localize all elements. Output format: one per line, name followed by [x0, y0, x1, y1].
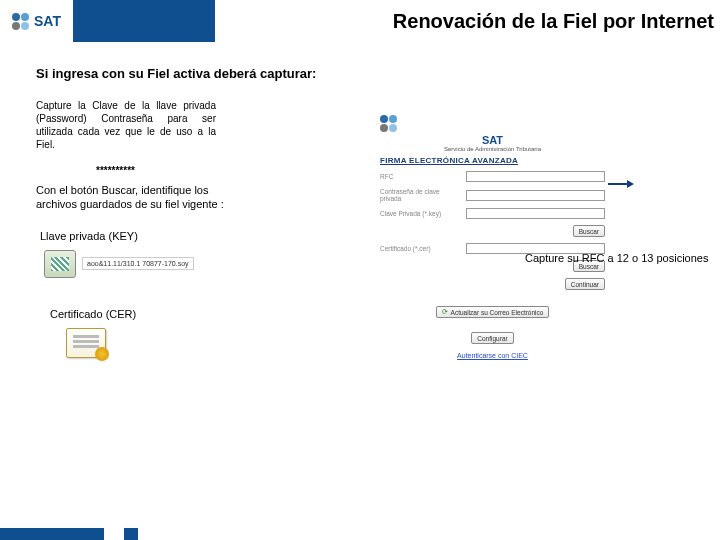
- panel-caption: Servicio de Administración Tributaria: [380, 146, 605, 152]
- footer-bar: [0, 528, 720, 540]
- key-file-name: aoo&11.11/310.1 70877-170.soy: [82, 257, 194, 270]
- password-label: Contraseña de clave privada: [380, 188, 462, 202]
- password-instruction: Capture la Clave de la llave privada (Pa…: [36, 99, 216, 151]
- private-key-field-label: Clave Privada (*.key): [380, 210, 462, 217]
- update-email-button[interactable]: ⟳ Actualizar su Correo Electrónico: [436, 306, 550, 318]
- sat-logo: SAT: [0, 0, 75, 42]
- panel-banner: FIRMA ELECTRÓNICA AVANZADA: [380, 156, 605, 165]
- rfc-input[interactable]: [466, 171, 605, 182]
- rfc-label: RFC: [380, 173, 462, 180]
- certificate-field-label: Certificado (*.cer): [380, 245, 462, 252]
- buscar-button-1[interactable]: Buscar: [573, 225, 605, 237]
- buscar-instruction: Con el botón Buscar, identifique los arc…: [36, 184, 251, 212]
- content: Si ingresa con su Fiel activa deberá cap…: [0, 42, 720, 358]
- password-row: Contraseña de clave privada: [380, 188, 605, 202]
- ciec-link[interactable]: Autenticarse con CIEC: [457, 352, 528, 359]
- continuar-button[interactable]: Continuar: [565, 278, 605, 290]
- header-bar: SAT Renovación de la Fiel por Internet: [0, 0, 720, 42]
- rfc-note: Capture su RFC a 12 o 13 posiciones: [525, 252, 720, 264]
- arrow-to-rfc: [608, 183, 628, 185]
- sat-logo-text: SAT: [34, 13, 61, 29]
- private-key-input[interactable]: [466, 208, 605, 219]
- certificate-icon: [66, 328, 106, 358]
- refresh-icon: ⟳: [442, 308, 448, 316]
- panel-logo-text: SAT: [380, 134, 605, 146]
- update-email-label: Actualizar su Correo Electrónico: [451, 309, 544, 316]
- sat-dots-icon: [12, 13, 29, 30]
- page-title: Renovación de la Fiel por Internet: [215, 0, 720, 42]
- rfc-row: RFC: [380, 171, 605, 182]
- fiel-app-panel: SAT Servicio de Administración Tributari…: [380, 115, 605, 359]
- password-input[interactable]: [466, 190, 605, 201]
- key-file-icon: [44, 250, 76, 278]
- configurar-button[interactable]: Configurar: [471, 332, 513, 344]
- sat-dots-icon: [380, 115, 605, 132]
- panel-logo: SAT Servicio de Administración Tributari…: [380, 115, 605, 152]
- private-key-row: Clave Privada (*.key): [380, 208, 605, 219]
- section-subtitle: Si ingresa con su Fiel activa deberá cap…: [36, 66, 688, 81]
